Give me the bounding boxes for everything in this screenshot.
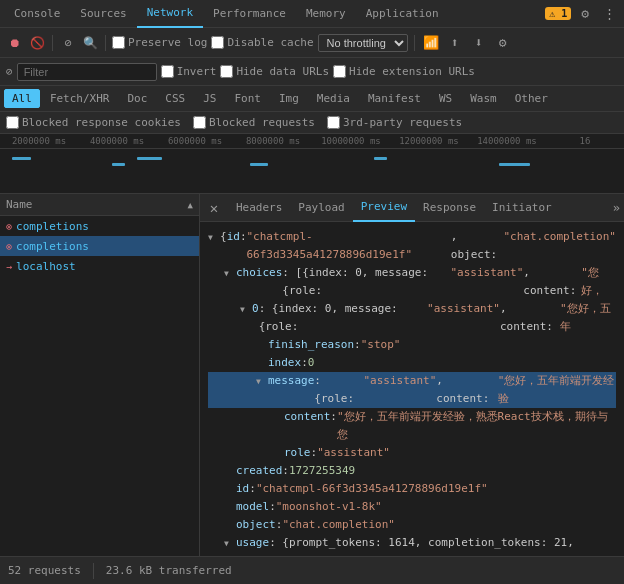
blocked-response-cookies-checkbox[interactable]: Blocked response cookies <box>6 116 181 129</box>
type-btn-ws[interactable]: WS <box>431 89 460 108</box>
download-icon[interactable]: ⬇ <box>469 33 489 53</box>
tab-performance[interactable]: Performance <box>203 0 296 28</box>
error-icon: ⊗ <box>6 241 12 252</box>
json-token: , object: <box>451 228 504 264</box>
tab-console[interactable]: Console <box>4 0 70 28</box>
detail-tab-initiator[interactable]: Initiator <box>484 194 560 222</box>
tab-sources[interactable]: Sources <box>70 0 136 28</box>
json-toggle[interactable] <box>208 228 220 247</box>
type-btn-img[interactable]: Img <box>271 89 307 108</box>
json-token: : [{index: 0, message: {role: <box>282 264 450 300</box>
type-btn-css[interactable]: CSS <box>157 89 193 108</box>
json-token: : <box>354 336 361 354</box>
json-toggle[interactable] <box>240 300 252 319</box>
filter-funnel-icon: ⊘ <box>6 65 13 78</box>
type-btn-manifest[interactable]: Manifest <box>360 89 429 108</box>
json-line[interactable]: 0: {index: 0, message: {role: "assistant… <box>208 300 616 336</box>
timeline-label: 14000000 ms <box>468 136 546 146</box>
json-token: : <box>311 444 318 462</box>
json-token: message <box>268 372 314 390</box>
settings-icon[interactable]: ⚙ <box>577 4 593 23</box>
json-line[interactable]: {id: "chatcmpl-66f3d3345a41278896d19e1f"… <box>208 228 616 264</box>
json-token: "chat.completion" <box>503 228 616 246</box>
disable-cache-checkbox[interactable]: Disable cache <box>211 36 313 49</box>
detail-tab-preview[interactable]: Preview <box>353 194 415 222</box>
json-token: "chatcmpl-66f3d3345a41278896d19e1f" <box>256 480 488 498</box>
error-icon: ⊗ <box>6 221 12 232</box>
type-btn-wasm[interactable]: Wasm <box>462 89 505 108</box>
sort-icon: ▲ <box>188 200 193 210</box>
json-token: : {index: 0, message: {role: <box>259 300 427 336</box>
requests-count: 52 requests <box>8 564 81 577</box>
request-item[interactable]: →localhost <box>0 256 199 276</box>
detail-content: {id: "chatcmpl-66f3d3345a41278896d19e1f"… <box>200 222 624 556</box>
type-btn-fetch-xhr[interactable]: Fetch/XHR <box>42 89 118 108</box>
request-name: completions <box>16 240 89 253</box>
timeline-bar-4 <box>374 157 386 160</box>
json-token: "moonshot-v1-8k" <box>276 498 382 516</box>
json-line[interactable]: message: {role: "assistant", content: "您… <box>208 372 616 408</box>
close-detail-button[interactable]: ✕ <box>204 198 224 218</box>
timeline-label: 10000000 ms <box>312 136 390 146</box>
record-button[interactable]: ⏺ <box>6 34 24 52</box>
json-toggle[interactable] <box>224 534 236 553</box>
preserve-log-checkbox[interactable]: Preserve log <box>112 36 207 49</box>
upload-icon[interactable]: ⬆ <box>445 33 465 53</box>
json-line[interactable]: role: "assistant" <box>208 444 616 462</box>
name-column-header[interactable]: Name <box>6 198 188 211</box>
json-line[interactable]: object: "chat.completion" <box>208 516 616 534</box>
type-btn-other[interactable]: Other <box>507 89 556 108</box>
request-item[interactable]: ⊗completions <box>0 216 199 236</box>
json-line[interactable]: model: "moonshot-v1-8k" <box>208 498 616 516</box>
detail-tab-headers[interactable]: Headers <box>228 194 290 222</box>
json-toggle[interactable] <box>256 372 268 391</box>
throttle-select[interactable]: No throttling Fast 3G Slow 3G Offline <box>318 34 408 52</box>
json-line[interactable]: index: 0 <box>208 354 616 372</box>
blocked-row: Blocked response cookies Blocked request… <box>0 112 624 134</box>
filter-toggle-button[interactable]: ⊘ <box>59 34 77 52</box>
json-token: "stop" <box>361 336 401 354</box>
hide-extension-checkbox[interactable]: Hide extension URLs <box>333 65 475 78</box>
type-btn-font[interactable]: Font <box>226 89 269 108</box>
detail-more-icon[interactable]: » <box>613 201 620 215</box>
filter-input[interactable] <box>17 63 157 81</box>
tab-network[interactable]: Network <box>137 0 203 28</box>
hide-data-urls-checkbox[interactable]: Hide data URLs <box>220 65 329 78</box>
third-party-checkbox[interactable]: 3rd-party requests <box>327 116 462 129</box>
timeline-label: 12000000 ms <box>390 136 468 146</box>
json-line[interactable]: finish_reason: "stop" <box>208 336 616 354</box>
toolbar-settings-icon[interactable]: ⚙ <box>493 33 513 53</box>
type-btn-js[interactable]: JS <box>195 89 224 108</box>
clear-button[interactable]: 🚫 <box>28 34 46 52</box>
type-btn-doc[interactable]: Doc <box>119 89 155 108</box>
json-line[interactable]: created: 1727255349 <box>208 462 616 480</box>
detail-tabs-container: HeadersPayloadPreviewResponseInitiator <box>228 194 611 222</box>
json-token: "chatcmpl-66f3d3345a41278896d19e1f" <box>247 228 451 264</box>
json-token: finish_reason <box>268 336 354 354</box>
wifi-icon[interactable]: 📶 <box>421 33 441 53</box>
json-token: "您好，五年前端开发经验 <box>498 372 616 408</box>
type-btn-media[interactable]: Media <box>309 89 358 108</box>
timeline-label: 4000000 ms <box>78 136 156 146</box>
json-token: choices <box>236 264 282 282</box>
request-item[interactable]: ⊗completions <box>0 236 199 256</box>
json-token: "assistant" <box>450 264 523 282</box>
type-btn-all[interactable]: All <box>4 89 40 108</box>
json-line[interactable]: choices: [{index: 0, message: {role: "as… <box>208 264 616 300</box>
search-button[interactable]: 🔍 <box>81 34 99 52</box>
json-toggle[interactable] <box>224 264 236 283</box>
json-line[interactable]: content: "您好，五年前端开发经验，熟悉React技术栈，期待与您 <box>208 408 616 444</box>
detail-tab-payload[interactable]: Payload <box>290 194 352 222</box>
detail-tab-response[interactable]: Response <box>415 194 484 222</box>
top-nav: Console Sources Network Performance Memo… <box>0 0 624 28</box>
tab-memory[interactable]: Memory <box>296 0 356 28</box>
more-menu-icon[interactable]: ⋮ <box>599 4 620 23</box>
blocked-requests-checkbox[interactable]: Blocked requests <box>193 116 315 129</box>
tab-application[interactable]: Application <box>356 0 449 28</box>
json-line[interactable]: id: "chatcmpl-66f3d3345a41278896d19e1f" <box>208 480 616 498</box>
json-token: created <box>236 462 282 480</box>
json-line[interactable]: usage: {prompt_tokens: 1614, completion_… <box>208 534 616 556</box>
json-token: usage <box>236 534 269 552</box>
requests-panel: Name ▲ ⊗completions⊗completions→localhos… <box>0 194 200 556</box>
invert-checkbox[interactable]: Invert <box>161 65 217 78</box>
